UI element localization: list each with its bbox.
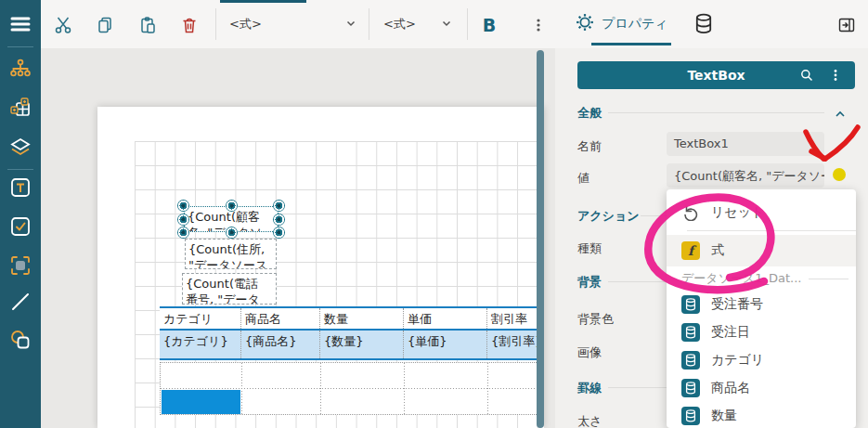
blue-shape[interactable] <box>162 390 240 414</box>
column-divider <box>487 363 488 414</box>
field-database-icon <box>681 323 700 342</box>
tab-data-icon[interactable] <box>690 10 718 38</box>
canvas-vertical-scrollbar[interactable] <box>537 50 544 428</box>
textbox-text-line2: "データソース <box>188 257 273 269</box>
menu-item-field-label: 受注日 <box>711 324 750 341</box>
selected-element-header[interactable]: TextBox <box>577 61 855 89</box>
canvas-textbox-3[interactable]: {Count(電話 番号, "データ <box>182 273 277 305</box>
layers-tool-icon[interactable] <box>7 135 33 161</box>
menu-item-field-label: 受注番号 <box>711 296 763 313</box>
checkbox-tool-icon[interactable] <box>7 214 33 240</box>
value-field-label: 値 <box>577 170 589 187</box>
tab-properties-label: プロパティ <box>602 16 668 32</box>
collapse-panel-icon[interactable] <box>833 11 861 39</box>
bold-button[interactable]: B <box>475 11 503 39</box>
menu-item-field-3[interactable]: 商品名 <box>667 374 856 402</box>
table-data-row[interactable]: {カテゴリ} {商品名} {数量} {単価} {割引率} <box>160 331 544 360</box>
selected-element-title: TextBox <box>687 68 745 83</box>
table-footer-rows[interactable] <box>160 362 544 415</box>
sidebar-divider <box>7 169 33 170</box>
resize-handle-w[interactable] <box>178 214 188 225</box>
expression-select-2[interactable]: <式> <box>383 9 453 39</box>
menu-item-field-label: 数量 <box>711 408 737 424</box>
section-line <box>641 215 667 216</box>
menu-group-datasource: データソース1_Dat... <box>667 266 856 291</box>
table-data-cell[interactable]: {カテゴリ} <box>160 331 241 358</box>
column-divider <box>241 363 242 414</box>
menu-item-field-0[interactable]: 受注番号 <box>667 291 856 318</box>
table-data-cell[interactable]: {数量} <box>320 331 404 358</box>
weight-field-label: 太さ <box>577 413 602 428</box>
copy-button[interactable] <box>91 11 119 39</box>
field-database-icon <box>681 407 700 425</box>
section-line <box>608 112 824 113</box>
canvas-textbox-2[interactable]: {Count(住所, "データソース <box>185 239 277 269</box>
menu-item-field-2[interactable]: カテゴリ <box>667 346 856 374</box>
value-field-input[interactable]: {Count(顧客名, "データソー <box>667 163 824 188</box>
expression-select-2-value: <式> <box>383 16 416 32</box>
table-header-cell[interactable]: カテゴリ <box>160 308 241 329</box>
table-header-cell[interactable]: 割引率 <box>487 308 544 329</box>
line-tool-icon[interactable] <box>7 289 33 315</box>
resize-handle-e[interactable] <box>274 214 284 225</box>
table-data-cell[interactable]: {商品名} <box>241 331 320 358</box>
menu-item-field-1[interactable]: 受注日 <box>667 318 856 346</box>
chevron-up-icon[interactable] <box>834 106 847 123</box>
shapes-tool-icon[interactable] <box>7 327 33 353</box>
menu-item-reset[interactable]: リセット <box>667 199 856 227</box>
tab-properties[interactable]: プロパティ <box>576 13 668 35</box>
header-more-icon[interactable] <box>829 68 842 85</box>
column-divider <box>404 363 405 414</box>
canvas-table[interactable]: カテゴリ 商品名 数量 単価 割引率 {カテゴリ} {商品名} {数量} {単価… <box>160 306 544 360</box>
paste-button[interactable] <box>134 11 162 39</box>
section-background: 背景 <box>577 274 602 291</box>
field-database-icon <box>681 295 700 314</box>
menu-divider <box>687 230 856 231</box>
sidebar-divider <box>7 46 33 47</box>
gear-icon <box>576 13 594 35</box>
table-data-cell[interactable]: {単価} <box>404 331 487 358</box>
textbox-text-line1: {Count(顧客 <box>188 209 275 225</box>
toolbar-divider <box>369 8 369 40</box>
image-tool-icon[interactable] <box>7 253 33 279</box>
textbox-text-line1: {Count(電話 <box>186 276 273 292</box>
table-tool-icon[interactable] <box>7 95 33 121</box>
type-field-label: 種類 <box>577 240 602 257</box>
group-line <box>809 279 849 279</box>
table-header-row[interactable]: カテゴリ 商品名 数量 単価 割引率 <box>160 306 544 331</box>
canvas-textbox-selected[interactable]: {Count(顧客 名, "データソ <box>184 206 279 232</box>
search-icon[interactable] <box>799 68 814 85</box>
section-general: 全般 <box>577 105 602 122</box>
resize-handle-se[interactable] <box>274 227 284 238</box>
resize-handle-ne[interactable] <box>274 201 284 211</box>
tool-sidebar <box>0 0 41 428</box>
menu-item-expression-label: 式 <box>711 242 724 259</box>
section-action: アクション <box>577 208 640 225</box>
expression-fx-icon: f <box>681 241 700 260</box>
textbox-tool-icon[interactable] <box>7 175 33 201</box>
name-field-input[interactable]: TextBox1 <box>667 132 824 156</box>
toolbar-more-button[interactable] <box>525 11 552 39</box>
resize-handle-nw[interactable] <box>178 201 188 211</box>
delete-button[interactable] <box>175 11 203 39</box>
expression-indicator-dot[interactable] <box>833 168 846 181</box>
cut-button[interactable] <box>49 11 77 39</box>
hierarchy-tool-icon[interactable] <box>7 56 33 82</box>
menu-item-field-4[interactable]: 数量 <box>667 402 856 428</box>
expression-select-1-value: <式> <box>229 16 262 32</box>
table-header-cell[interactable]: 単価 <box>404 308 487 329</box>
table-header-cell[interactable]: 商品名 <box>241 308 320 329</box>
resize-handle-sw[interactable] <box>178 227 188 238</box>
resize-handle-s[interactable] <box>227 227 237 238</box>
hamburger-menu-icon[interactable] <box>7 11 33 37</box>
menu-item-reset-label: リセット <box>711 204 764 221</box>
expression-select-1[interactable]: <式> <box>229 9 357 39</box>
row-divider <box>161 388 543 389</box>
table-data-cell[interactable]: {割引率} <box>487 331 544 358</box>
design-canvas[interactable]: {Count(顧客 名, "データソ {Count(住所, "データソース {C… <box>41 48 556 428</box>
menu-item-expression[interactable]: f 式 <box>667 235 856 266</box>
toolbar <box>41 0 868 49</box>
resize-handle-n[interactable] <box>227 201 237 211</box>
bgcolor-field-label: 背景色 <box>577 311 614 328</box>
table-header-cell[interactable]: 数量 <box>320 308 404 329</box>
